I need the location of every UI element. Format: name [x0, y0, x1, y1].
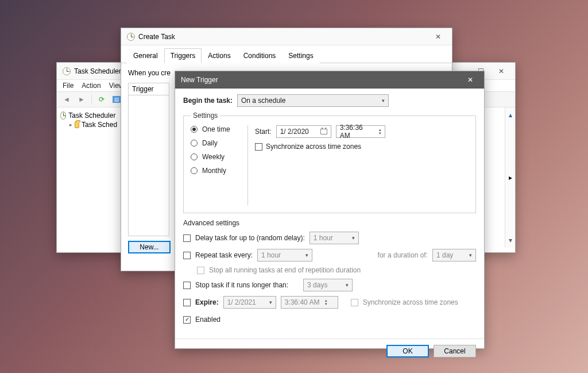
- stop-all-label: Stop all running tasks at end of repetit…: [209, 266, 361, 274]
- advanced-settings-label: Advanced settings: [183, 219, 476, 227]
- tab-conditions[interactable]: Conditions: [237, 48, 283, 63]
- calendar-icon: [320, 129, 327, 134]
- begin-task-select[interactable]: On a schedule ▾: [237, 94, 389, 107]
- clock-icon: [60, 111, 66, 120]
- expire-sync-label: Synchronize across time zones: [363, 298, 458, 306]
- spinner-icon: ▴▾: [325, 299, 327, 306]
- tree-root-label: Task Scheduler (Local): [68, 111, 117, 120]
- expire-time-input[interactable]: 3:36:40 AM ▴▾: [281, 296, 338, 309]
- tab-triggers[interactable]: Triggers: [164, 48, 202, 63]
- menu-file[interactable]: File: [63, 82, 74, 90]
- dialog-title: New Trigger: [181, 76, 218, 84]
- refresh-button[interactable]: ⟳: [95, 93, 108, 106]
- begin-task-label: Begin the task:: [183, 97, 233, 105]
- close-button[interactable]: ✕: [428, 29, 448, 45]
- enabled-label: Enabled: [195, 316, 220, 324]
- stop-all-checkbox: [197, 267, 204, 274]
- trigger-column-header: Trigger: [128, 83, 169, 95]
- app-icon: [127, 33, 135, 41]
- enabled-checkbox[interactable]: [183, 316, 191, 324]
- app-icon: [63, 67, 71, 75]
- toolbar-divider: [91, 94, 92, 105]
- recurrence-weekly[interactable]: Weekly: [191, 153, 242, 161]
- radio-icon: [191, 153, 198, 160]
- close-button[interactable]: ✕: [460, 72, 481, 88]
- radio-icon: [191, 140, 198, 147]
- new-trigger-button[interactable]: New...: [128, 241, 171, 253]
- trigger-list[interactable]: [128, 95, 169, 236]
- tab-general[interactable]: General: [127, 48, 164, 63]
- expire-checkbox[interactable]: [183, 299, 191, 306]
- start-label: Start:: [255, 128, 272, 136]
- chevron-down-icon: ▾: [352, 235, 355, 241]
- nav-tree: Task Scheduler (Local) ▸ Task Scheduler …: [57, 107, 121, 248]
- delay-value-select[interactable]: 1 hour ▾: [310, 232, 359, 244]
- new-trigger-dialog: New Trigger ✕ Begin the task: On a sched…: [175, 71, 485, 349]
- expire-date-input[interactable]: 1/ 2/2021 ▾: [223, 296, 276, 309]
- delay-label: Delay task for up to (random delay):: [195, 234, 305, 242]
- recurrence-daily[interactable]: Daily: [191, 139, 242, 147]
- ok-button[interactable]: OK: [386, 345, 429, 357]
- chevron-down-icon: ▾: [346, 282, 349, 288]
- spinner-icon[interactable]: ▴▾: [379, 128, 381, 135]
- repeat-duration-select[interactable]: 1 day ▾: [432, 249, 476, 262]
- folder-icon: [75, 121, 79, 128]
- recurrence-monthly[interactable]: Monthly: [191, 167, 242, 175]
- window-title: Task Scheduler: [74, 67, 121, 75]
- tree-root[interactable]: Task Scheduler (Local): [59, 111, 118, 120]
- repeat-label: Repeat task every:: [195, 251, 253, 259]
- chevron-down-icon: ▾: [469, 252, 472, 258]
- begin-task-value: On a schedule: [241, 97, 285, 105]
- tree-library-label: Task Scheduler Library: [82, 121, 117, 129]
- expire-sync-checkbox: [351, 299, 358, 306]
- radio-icon: [191, 167, 198, 174]
- expand-icon[interactable]: ▸: [69, 122, 72, 128]
- repeat-duration-label: for a duration of:: [378, 251, 428, 259]
- delay-checkbox[interactable]: [183, 234, 191, 242]
- settings-legend: Settings: [191, 111, 220, 120]
- scrollbar[interactable]: [504, 110, 513, 245]
- close-button[interactable]: ✕: [491, 63, 512, 79]
- tab-actions[interactable]: Actions: [202, 48, 237, 63]
- sync-timezones-checkbox[interactable]: Synchronize across time zones: [255, 143, 361, 151]
- stop-longer-select[interactable]: 3 days ▾: [303, 279, 353, 291]
- titlebar[interactable]: New Trigger ✕: [175, 71, 484, 89]
- tabstrip: General Triggers Actions Conditions Sett…: [121, 48, 452, 63]
- stop-longer-label: Stop task if it runs longer than:: [195, 281, 288, 289]
- cancel-button[interactable]: Cancel: [434, 345, 476, 357]
- menu-action[interactable]: Action: [82, 82, 100, 90]
- radio-icon: [191, 126, 198, 133]
- start-time-input[interactable]: 3:36:36 AM ▴▾: [336, 125, 385, 138]
- titlebar[interactable]: Create Task ✕: [121, 28, 452, 45]
- checkbox-icon: [255, 143, 262, 151]
- tab-settings[interactable]: Settings: [282, 48, 319, 63]
- settings-group: Settings One time Daily Weekly: [183, 111, 476, 213]
- back-button[interactable]: ◄: [60, 93, 73, 106]
- repeat-checkbox[interactable]: [183, 252, 191, 259]
- tree-library[interactable]: ▸ Task Scheduler Library: [59, 120, 118, 129]
- repeat-value-select[interactable]: 1 hour ▾: [257, 249, 312, 262]
- recurrence-one-time[interactable]: One time: [191, 125, 242, 133]
- forward-button[interactable]: ►: [75, 93, 88, 106]
- window-title: Create Task: [138, 33, 175, 41]
- chevron-down-icon: ▾: [305, 252, 308, 258]
- chevron-down-icon: ▾: [269, 299, 272, 305]
- chevron-down-icon: ▾: [382, 98, 385, 103]
- expire-label: Expire:: [195, 298, 219, 306]
- stop-longer-checkbox[interactable]: [183, 282, 191, 289]
- start-date-input[interactable]: 1/ 2/2020: [276, 125, 331, 138]
